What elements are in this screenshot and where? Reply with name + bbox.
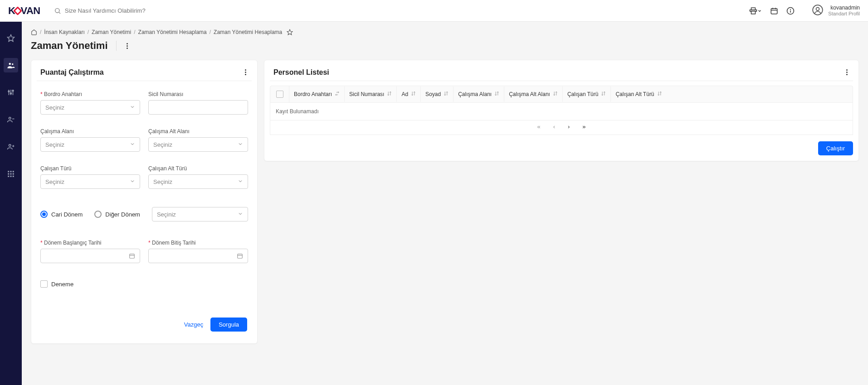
select-calisan-alt-turu[interactable]: Seçiniz	[148, 174, 248, 189]
breadcrumb-link[interactable]: Zaman Yönetimi	[92, 29, 131, 35]
sidebar-item-favorites[interactable]	[4, 31, 18, 45]
select-calisma-alt-alani[interactable]: Seçiniz	[148, 137, 248, 152]
sidebar-item-hr[interactable]	[4, 58, 18, 72]
breadcrumb: /İnsan Kaynakları /Zaman Yönetimi /Zaman…	[31, 29, 859, 35]
svg-rect-37	[130, 254, 135, 258]
label-deneme: Deneme	[51, 281, 73, 288]
star-icon	[7, 34, 15, 42]
col-calisan-alt-turu[interactable]: Çalışan Alt Türü	[611, 87, 853, 102]
svg-rect-35	[13, 176, 14, 177]
label-calisan-alt-turu: Çalışan Alt Türü	[148, 165, 248, 172]
list-card-title: Personel Listesi	[273, 68, 329, 77]
col-ad[interactable]: Ad	[397, 87, 421, 102]
checkbox-deneme[interactable]	[40, 280, 48, 288]
left-sidebar	[0, 22, 22, 385]
page-last[interactable]: »	[582, 123, 585, 130]
svg-point-12	[816, 7, 819, 10]
date-donem-bitis[interactable]	[148, 249, 248, 263]
svg-rect-4	[771, 8, 778, 14]
search-input[interactable]	[65, 7, 201, 14]
sort-icon	[553, 91, 558, 97]
select-calisma-alani[interactable]: Seçiniz	[40, 137, 140, 152]
select-bordro-anahtari[interactable]: Seçiniz	[40, 100, 140, 115]
select-all-checkbox[interactable]	[276, 91, 283, 98]
svg-rect-31	[10, 173, 12, 175]
col-bordro[interactable]: Bordro Anahtarı	[289, 87, 345, 102]
sidebar-item-time[interactable]	[4, 85, 18, 100]
sliders-icon	[7, 88, 15, 96]
printer-icon	[749, 7, 757, 15]
calendar-button[interactable]	[770, 7, 778, 15]
sidebar-item-group-add[interactable]	[4, 140, 18, 154]
filter-card-title: Puantaj Çalıştırma	[40, 68, 104, 77]
user-menu[interactable]: kovanadmin Standart Profil	[812, 4, 860, 17]
run-button[interactable]: Çalıştır	[818, 141, 853, 155]
col-sicil[interactable]: Sicil Numarası	[345, 87, 397, 102]
print-button[interactable]	[749, 7, 762, 15]
global-search[interactable]	[54, 7, 750, 14]
svg-rect-33	[8, 176, 9, 177]
breadcrumb-link[interactable]: İnsan Kaynakları	[44, 29, 84, 35]
sort-icon	[387, 91, 392, 97]
date-donem-baslangic[interactable]	[40, 249, 140, 263]
chevron-down-icon	[130, 141, 135, 148]
label-calisma-alani: Çalışma Alanı	[40, 128, 140, 135]
sort-icon	[411, 91, 416, 97]
svg-point-0	[55, 8, 59, 12]
col-calisma-alani[interactable]: Çalışma Alanı	[454, 87, 504, 102]
people-plus-icon	[7, 143, 15, 151]
label-calisma-alt-alani: Çalışma Alt Alanı	[148, 128, 248, 135]
label-calisan-turu: Çalışan Türü	[40, 165, 140, 172]
label-donem-baslangic: Dönem Başlangıç Tarihi	[40, 240, 140, 246]
user-name: kovanadmin	[828, 5, 860, 11]
breadcrumb-link[interactable]: Zaman Yönetimi Hesaplama	[214, 29, 282, 35]
list-card-more[interactable]	[844, 67, 849, 77]
select-period[interactable]: Seçiniz	[152, 207, 248, 221]
page-more-button[interactable]	[125, 41, 130, 51]
svg-point-10	[790, 9, 791, 10]
chevron-down-icon	[130, 178, 135, 185]
calendar-icon	[237, 253, 243, 259]
radio-dot-icon	[40, 211, 48, 218]
page-title: Zaman Yönetimi	[31, 40, 108, 52]
info-button[interactable]	[786, 7, 795, 15]
breadcrumb-link[interactable]: Zaman Yönetimi Hesaplama	[138, 29, 207, 35]
filter-card: Puantaj Çalıştırma Bordro Anahtarı Seçin…	[31, 60, 258, 344]
radio-diger-donem[interactable]: Diğer Dönem	[94, 211, 140, 218]
select-calisan-turu[interactable]: Seçiniz	[40, 174, 140, 189]
main-content: /İnsan Kaynakları /Zaman Yönetimi /Zaman…	[22, 22, 868, 385]
col-soyad[interactable]: Soyad	[421, 87, 454, 102]
svg-rect-28	[10, 171, 12, 172]
sort-icon	[335, 91, 340, 97]
input-sicil-numarasi[interactable]	[148, 100, 248, 115]
avatar-icon	[812, 4, 824, 17]
page-prev[interactable]: ‹	[553, 123, 555, 130]
sort-icon	[657, 91, 662, 97]
sidebar-item-group-remove[interactable]	[4, 112, 18, 127]
sort-icon	[601, 91, 606, 97]
search-icon	[54, 7, 61, 14]
filter-card-more[interactable]	[243, 67, 248, 77]
radio-dot-icon	[94, 211, 102, 218]
star-outline-icon[interactable]	[287, 29, 293, 35]
svg-point-19	[8, 91, 10, 92]
page-first[interactable]: «	[537, 123, 540, 130]
list-card: Personel Listesi Bordro Anahtarı Sicil N…	[264, 60, 859, 161]
svg-line-1	[59, 12, 60, 14]
page-next[interactable]: ›	[568, 123, 570, 130]
top-bar: KVAN kovanadmin Standart Profil	[0, 0, 868, 22]
table-header: Bordro Anahtarı Sicil Numarası Ad Soyad …	[270, 86, 853, 103]
radio-cari-donem[interactable]: Cari Dönem	[40, 211, 83, 218]
chevron-down-icon	[757, 9, 762, 13]
empty-message: Kayıt Bulunamadı	[276, 108, 319, 115]
cancel-button[interactable]: Vazgeç	[184, 321, 203, 328]
col-calisan-turu[interactable]: Çalışan Türü	[563, 87, 611, 102]
svg-point-14	[9, 63, 11, 65]
col-calisma-alt-alani[interactable]: Çalışma Alt Alanı	[504, 87, 563, 102]
svg-rect-29	[13, 171, 14, 172]
sidebar-item-apps[interactable]	[4, 167, 18, 181]
query-button[interactable]: Sorgula	[210, 318, 247, 332]
svg-rect-3	[751, 11, 756, 14]
svg-rect-27	[8, 171, 9, 172]
home-icon[interactable]	[31, 29, 37, 35]
